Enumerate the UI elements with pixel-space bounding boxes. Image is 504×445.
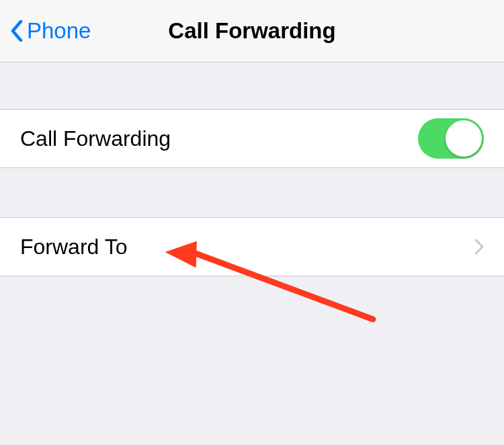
forward-to-row[interactable]: Forward To — [0, 217, 504, 276]
call-forwarding-toggle[interactable] — [418, 118, 484, 159]
forward-to-label: Forward To — [20, 235, 127, 259]
call-forwarding-label: Call Forwarding — [20, 126, 171, 151]
chevron-left-icon — [11, 20, 23, 42]
back-button[interactable]: Phone — [0, 18, 91, 44]
toggle-knob — [446, 120, 482, 157]
navigation-header: Phone Call Forwarding — [0, 0, 504, 63]
back-label: Phone — [27, 18, 91, 44]
section-spacer — [0, 168, 504, 217]
chevron-right-icon — [474, 239, 484, 255]
section-spacer — [0, 63, 504, 109]
call-forwarding-row: Call Forwarding — [0, 109, 504, 168]
